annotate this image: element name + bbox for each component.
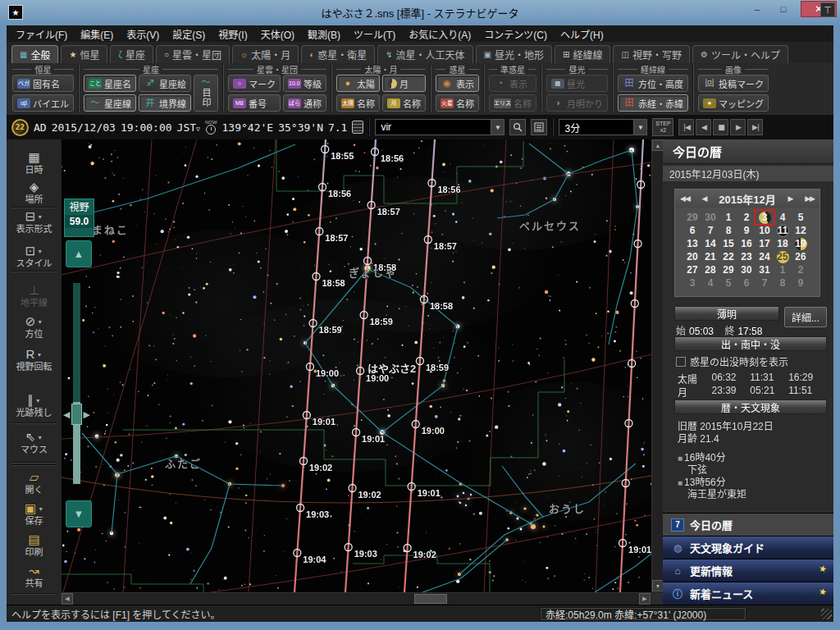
toolbar-button-表示[interactable]: ◔表示 (489, 75, 536, 92)
chart-hscrollbar[interactable]: ◀ ▶ (62, 592, 651, 605)
sidebar-item-光跡残し[interactable]: ∥▼光跡残し (7, 394, 62, 419)
tab-星座[interactable]: ζ星座 (110, 45, 153, 63)
tab-ツール・ヘルプ[interactable]: ⚙ツール・ヘルプ (692, 45, 788, 63)
detail-button[interactable]: 詳細... (784, 307, 827, 327)
fov-slider-handle[interactable]: ◀▶ (63, 404, 90, 425)
limit-magnitude[interactable]: 7.1 (328, 121, 347, 134)
calendar-day-19[interactable]: 19 (792, 237, 810, 250)
calendar-day-4[interactable]: 4 (774, 211, 792, 224)
toolbar-button-通称[interactable]: ばら通称 (283, 94, 326, 112)
toolbar-button-太陽[interactable]: ●太陽 (336, 75, 380, 92)
chevron-down-icon[interactable]: ▼ (491, 120, 504, 135)
calendar-day-31[interactable]: 31 (756, 263, 774, 276)
calendar-day-17[interactable]: 17 (756, 237, 774, 250)
menu-item-表示(V)[interactable]: 表示(V) (121, 25, 165, 43)
toolbar-button-目印[interactable]: 〜目印 (194, 75, 218, 112)
calendar-day-20[interactable]: 20 (683, 250, 701, 263)
calendar-day-7[interactable]: 7 (756, 276, 774, 290)
calendar-day-13[interactable]: 13 (683, 237, 701, 250)
toolbar-button-境界線[interactable]: 井境界線 (139, 94, 191, 112)
toolbar-button-バイエル[interactable]: αβバイエル (12, 94, 74, 112)
scroll-right-icon[interactable]: ▶ (639, 593, 651, 605)
tab-全般[interactable]: ▦全般 (11, 45, 58, 63)
toolbar-button-月明かり[interactable]: ◑月明かり (546, 94, 608, 112)
menu-item-ファイル(F)[interactable]: ファイル(F) (10, 25, 73, 43)
interval-combobox[interactable]: 3分 ▼ (559, 119, 647, 135)
timezone-label[interactable]: JST▽ (177, 121, 200, 134)
calendar-day-25[interactable]: 25 (774, 250, 792, 263)
sidebar-item-場所[interactable]: ◈場所 (7, 180, 62, 206)
fov-slider-track[interactable] (73, 283, 80, 484)
tab-視野・写野[interactable]: ◫視野・写野 (613, 45, 689, 63)
calendar-prev-month-button[interactable]: ◀ (702, 194, 707, 203)
toolbar-button-表示[interactable]: ◉表示 (436, 75, 479, 92)
play-button[interactable]: ▶ (730, 119, 746, 135)
calendar-day-24[interactable]: 24 (756, 250, 774, 263)
sidebar-item-表示形式[interactable]: ⊟▼表示形式 (7, 210, 62, 235)
calendar-next-year-button[interactable]: ▶▶ (805, 194, 815, 203)
calendar-day-21[interactable]: 21 (701, 250, 719, 263)
calendar-day-26[interactable]: 26 (792, 250, 810, 263)
calendar-next-month-button[interactable]: ▶ (788, 194, 792, 203)
accordion-item-天文現象ガイド[interactable]: ◍天文現象ガイド (663, 536, 833, 559)
toolbar-button-星座線[interactable]: 〜星座線 (84, 94, 136, 112)
calendar-day-7[interactable]: 7 (701, 224, 719, 237)
stop-button[interactable]: ■ (713, 119, 728, 135)
calendar-day-9[interactable]: 9 (792, 276, 810, 290)
calendar-day-27[interactable]: 27 (683, 263, 701, 276)
step-button[interactable]: STEPx2 (652, 118, 673, 136)
toolbar-button-固有名[interactable]: ベガ固有名 (12, 75, 74, 92)
calendar-day-16[interactable]: 16 (737, 237, 756, 250)
toolbar-button-番号[interactable]: M8番号 (228, 94, 281, 112)
calculator-icon[interactable] (352, 121, 363, 134)
toolbar-button-名称[interactable]: 太陽名称 (336, 94, 380, 112)
longitude-value[interactable]: 139°42'E (222, 121, 274, 134)
zoom-in-button[interactable]: ▲ (66, 240, 92, 267)
star-chart[interactable]: 18:5518:5618:5718:5818:5919:0019:0119:02… (62, 139, 663, 605)
toolbar-button-方位・高度[interactable]: 田方位・高度 (618, 75, 688, 92)
chart-vscrollbar[interactable]: ▲ ▼ (651, 139, 663, 592)
calendar-day-2[interactable]: 2 (792, 263, 810, 276)
menu-item-設定(S)[interactable]: 設定(S) (167, 25, 211, 43)
calendar-day-22[interactable]: 22 (719, 250, 737, 263)
toolbar-button-名称[interactable]: エリス名称 (489, 94, 536, 112)
calendar-day-8[interactable]: 8 (719, 224, 737, 237)
menu-item-ヘルプ(H)[interactable]: ヘルプ(H) (555, 25, 609, 43)
tab-恒星[interactable]: ★恒星 (61, 45, 107, 63)
calendar-day-3[interactable]: 3 (756, 211, 774, 224)
maximize-button[interactable]: □ (773, 1, 794, 17)
calendar-day-4[interactable]: 4 (701, 276, 719, 290)
calendar-day-18[interactable]: 18 (774, 237, 792, 250)
now-clock-icon[interactable]: NOW (205, 121, 217, 135)
menu-item-お気に入り(A)[interactable]: お気に入り(A) (403, 25, 477, 43)
pin-icon[interactable]: ⊤ (820, 2, 835, 17)
sidebar-item-共有[interactable]: ↝共有 (7, 564, 62, 590)
accordion-item-新着ニュース[interactable]: ⓘ新着ニュース★ (663, 582, 833, 605)
tab-経緯線[interactable]: ⊞経緯線 (555, 45, 610, 63)
accordion-item-更新情報[interactable]: ⌂更新情報★ (663, 559, 833, 582)
toolbar-button-等級[interactable]: 10.0等級 (283, 75, 326, 92)
time-value[interactable]: 19:00:00 (121, 121, 172, 134)
calendar-day-10[interactable]: 10 (756, 224, 774, 237)
calendar-day-6[interactable]: 6 (683, 224, 701, 237)
hscroll-thumb[interactable] (414, 594, 447, 604)
list-icon[interactable] (531, 119, 547, 135)
calendar-day-1[interactable]: 1 (774, 263, 792, 276)
tab-太陽・月[interactable]: ☼太陽・月 (232, 45, 299, 63)
step-back-button[interactable]: ◀ (696, 119, 711, 135)
sidebar-item-印刷[interactable]: ▤印刷 (7, 533, 62, 559)
calendar-day-29[interactable]: 29 (683, 211, 701, 224)
calendar-day-12[interactable]: 12 (792, 224, 810, 237)
scroll-left-icon[interactable]: ◀ (62, 593, 73, 605)
toolbar-button-マッピング[interactable]: ★マッピング (698, 94, 769, 112)
scroll-up-icon[interactable]: ▲ (652, 139, 663, 151)
chevron-down-icon[interactable]: ▼ (633, 120, 646, 135)
date-value[interactable]: 2015/12/03 (52, 121, 116, 134)
toolbar-button-名称[interactable]: 火星名称 (436, 94, 479, 112)
calendar-day-15[interactable]: 15 (719, 237, 737, 250)
calendar-day-5[interactable]: 5 (792, 211, 810, 224)
skip-end-button[interactable]: ▶| (747, 119, 763, 135)
calendar-day-11[interactable]: 11 (774, 224, 792, 237)
tab-昼光・地形[interactable]: ▣昼光・地形 (476, 45, 552, 63)
calendar-day-30[interactable]: 30 (737, 263, 756, 276)
